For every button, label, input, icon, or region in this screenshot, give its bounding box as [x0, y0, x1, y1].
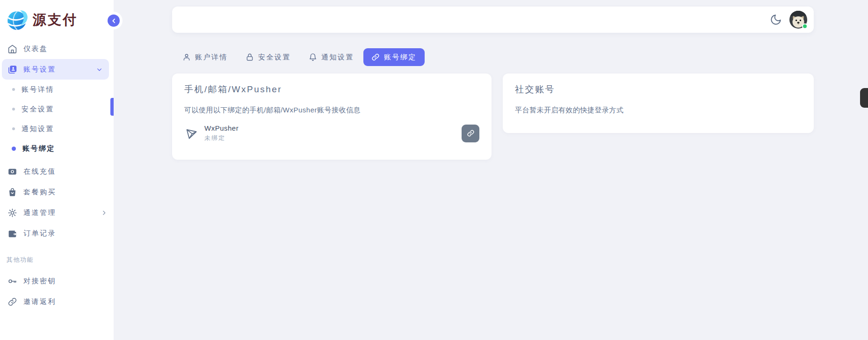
sidebar: 源支付 仪表盘 账号设置 账号详情 安全设置 [0, 0, 114, 340]
wxpusher-info: WxPusher 未绑定 [204, 124, 239, 142]
bullet-icon [12, 108, 15, 111]
tab-notification-settings[interactable]: 通知设置 [309, 48, 354, 67]
binding-name: WxPusher [204, 124, 239, 132]
link-icon [467, 129, 475, 137]
card-description: 可以使用以下绑定的手机/邮箱/WxPusher账号接收信息 [184, 106, 479, 115]
banknote-icon [7, 167, 17, 177]
sidebar-item-label: 套餐购买 [23, 188, 107, 197]
key-icon [7, 276, 17, 286]
tab-label: 账户详情 [195, 53, 228, 62]
sidebar-subitem-label: 通知设置 [22, 125, 54, 133]
theme-drawer-handle[interactable] [860, 88, 868, 108]
card-description: 平台暂未开启有效的快捷登录方式 [515, 106, 802, 115]
sidebar-item-online-recharge[interactable]: 在线充值 [0, 161, 114, 182]
sidebar-item-label: 邀请返利 [23, 297, 107, 306]
dark-mode-toggle[interactable] [770, 14, 782, 26]
sidebar-item-label: 仪表盘 [23, 44, 107, 53]
globe-logo-icon [6, 8, 29, 32]
sidebar-item-dashboard[interactable]: 仪表盘 [0, 38, 114, 59]
tab-security-settings[interactable]: 安全设置 [246, 48, 291, 67]
wxpusher-row: WxPusher 未绑定 [184, 124, 479, 142]
bullet-icon [12, 147, 16, 151]
card-title: 手机/邮箱/WxPusher [184, 83, 479, 96]
sidebar-item-label: 对接密钥 [23, 277, 107, 286]
card-title: 社交账号 [515, 83, 802, 96]
lock-icon [246, 53, 254, 61]
bullet-icon [12, 127, 15, 130]
sidebar-item-order-records[interactable]: 订单记录 [0, 223, 114, 244]
tab-account-detail[interactable]: 账户详情 [182, 48, 228, 67]
shopping-bag-icon [7, 187, 17, 197]
tab-label: 账号绑定 [384, 53, 417, 62]
sidebar-subitem-security-settings[interactable]: 安全设置 [0, 99, 114, 119]
bell-icon [309, 53, 317, 61]
link-icon [371, 53, 380, 61]
sidebar-item-label: 在线充值 [23, 167, 107, 176]
settings-tabs: 账户详情 安全设置 通知设置 账号绑定 [182, 48, 425, 67]
tab-account-binding[interactable]: 账号绑定 [363, 48, 425, 66]
topbar [172, 7, 814, 33]
wallet-icon [7, 229, 17, 238]
tab-label: 通知设置 [321, 53, 354, 62]
sidebar-subitem-account-binding[interactable]: 账号绑定 [0, 139, 114, 158]
sidebar-subitem-label: 账号详情 [22, 85, 54, 94]
chevron-right-icon [101, 210, 107, 216]
bullet-icon [12, 88, 15, 91]
id-card-icon [7, 65, 17, 74]
sidebar-subitem-notification-settings[interactable]: 通知设置 [0, 119, 114, 139]
gear-icon [7, 208, 17, 218]
social-card: 社交账号 平台暂未开启有效的快捷登录方式 [503, 74, 814, 133]
sidebar-item-label: 通道管理 [23, 208, 95, 217]
sidebar-item-api-keys[interactable]: 对接密钥 [0, 271, 114, 291]
sidebar-item-invite-rebate[interactable]: 邀请返利 [0, 291, 114, 312]
user-avatar[interactable] [789, 11, 807, 29]
chevron-down-icon [96, 67, 102, 73]
sidebar-section-label: 其他功能 [0, 256, 114, 264]
sidebar-subitem-label: 安全设置 [22, 105, 54, 114]
bind-wxpusher-button[interactable] [462, 125, 479, 142]
sidebar-item-channel-management[interactable]: 通道管理 [0, 202, 114, 223]
sidebar-subitem-account-detail[interactable]: 账号详情 [0, 80, 114, 99]
sidebar-subitem-label: 账号绑定 [22, 144, 55, 153]
sidebar-item-label: 订单记录 [23, 229, 107, 238]
online-status-dot [802, 23, 808, 29]
brand-logo: 源支付 [0, 0, 114, 38]
wxpusher-icon [184, 126, 198, 140]
chevron-left-icon [111, 18, 117, 24]
binding-card: 手机/邮箱/WxPusher 可以使用以下绑定的手机/邮箱/WxPusher账号… [172, 74, 492, 160]
brand-name: 源支付 [33, 11, 78, 30]
link-icon [7, 297, 17, 307]
sidebar-collapse-button[interactable] [108, 15, 120, 27]
moon-icon [770, 14, 782, 26]
active-item-accent-bar [110, 98, 114, 116]
sidebar-item-label: 账号设置 [23, 65, 90, 74]
sidebar-nav: 仪表盘 账号设置 账号详情 安全设置 通知设置 账号绑定 [0, 38, 114, 312]
tab-label: 安全设置 [258, 53, 291, 62]
home-icon [7, 44, 17, 54]
user-icon [182, 53, 191, 61]
binding-status: 未绑定 [204, 134, 239, 142]
sidebar-item-package-purchase[interactable]: 套餐购买 [0, 182, 114, 202]
sidebar-item-account-settings[interactable]: 账号设置 [2, 59, 109, 80]
